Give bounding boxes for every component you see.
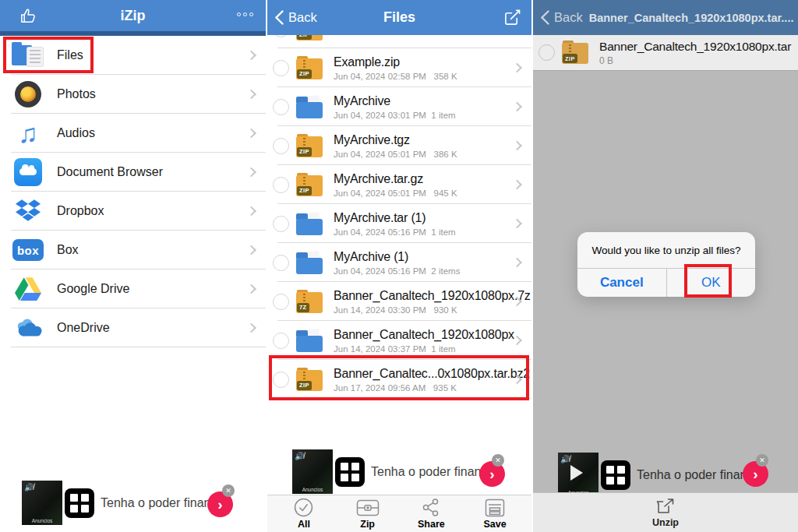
- ad-banner[interactable]: 🔊̸ Anuncios Tenha o poder financ...: [22, 481, 228, 525]
- box-icon: box: [11, 235, 45, 265]
- file-name: MyArchive: [334, 94, 531, 108]
- select-circle[interactable]: [273, 35, 289, 37]
- muted-speaker-icon: 🔊̸: [24, 483, 34, 491]
- sidebar-item-audios[interactable]: ♫ Audios: [0, 114, 266, 153]
- select-circle[interactable]: [538, 44, 555, 61]
- ad-brand-logo: [335, 457, 365, 487]
- select-circle[interactable]: [273, 294, 289, 310]
- file-row-myarchive-tar-1[interactable]: MyArchive.tar (1)Jun 04, 2024 05:16 PM 1…: [267, 204, 531, 243]
- main-menu-list: Files Photos ♫ Audios Document Browser: [0, 36, 266, 347]
- file-row-myarchive-targz[interactable]: ZIP MyArchive.tar.gzJun 04, 2024 05:01 P…: [267, 165, 531, 204]
- folder-icon: [296, 329, 324, 353]
- save-icon: [485, 499, 505, 517]
- page-title: Banner_Canaltech_1920x1080px.tar....: [589, 12, 794, 24]
- bottom-toolbar: All Zip Share: [267, 495, 531, 532]
- ad-caption: Anuncios: [22, 518, 62, 523]
- chevron-right-icon: [246, 51, 256, 61]
- files-icon: [11, 41, 45, 70]
- unzip-icon: [655, 497, 676, 516]
- sidebar-item-google-drive[interactable]: Google Drive: [0, 270, 266, 308]
- file-row-banner-tar[interactable]: ZIP Banner_Canaltech_1920x1080px.tar 0 B: [533, 35, 798, 71]
- file-row-myarchive-tgz[interactable]: ZIP MyArchive.tgzJun 04, 2024 05:01 PM 3…: [267, 126, 531, 165]
- file-meta: Jun 04, 2024 05:16 PM 1 item: [334, 227, 531, 237]
- file-name: MyArchive.tar.gz: [334, 172, 531, 186]
- select-circle[interactable]: [273, 372, 289, 388]
- ad-caption: Anuncios: [292, 487, 333, 492]
- select-circle[interactable]: [273, 333, 289, 349]
- bottom-toolbar: Unzip: [533, 492, 798, 532]
- ok-button[interactable]: OK: [667, 269, 756, 297]
- file-row-example-zip[interactable]: ZIP Example.zipJun 04, 2024 02:58 PM 358…: [267, 48, 531, 87]
- compose-icon[interactable]: [504, 9, 521, 26]
- document-browser-icon: [11, 157, 45, 187]
- sidebar-item-photos[interactable]: Photos: [0, 75, 266, 114]
- ad-banner[interactable]: 🔊̸ Anuncios Tenha o poder financ...: [558, 453, 764, 497]
- thumbs-up-icon[interactable]: [19, 7, 37, 25]
- file-meta: Jun 04, 2024 05:01 PM 945 K: [334, 188, 531, 198]
- ad-banner[interactable]: 🔊̸ Anuncios Tenha o poder financ...: [292, 449, 498, 494]
- file-row-myarchive-1[interactable]: MyArchive (1)Jun 04, 2024 05:16 PM 2 ite…: [267, 243, 531, 282]
- file-row-banner-tarbz2[interactable]: ZIP Banner_Canaltec...0x1080px.tar.bz2Ju…: [267, 360, 531, 399]
- sidebar-item-box[interactable]: box Box: [0, 231, 266, 270]
- menu-label: Files: [57, 48, 83, 62]
- file-row-myarchive[interactable]: MyArchiveJun 04, 2024 03:01 PM 1 item: [267, 87, 531, 126]
- file-meta: Jun 14, 2024 03:37 PM 1 item: [334, 344, 531, 354]
- toolbar-share-button[interactable]: Share: [409, 498, 453, 530]
- select-circle[interactable]: [273, 255, 289, 271]
- play-icon: [570, 465, 583, 481]
- folder-icon: [296, 95, 324, 119]
- chevron-right-icon: [246, 167, 256, 178]
- file-row-banner-7z[interactable]: 7Z Banner_Canaltech_1920x1080px.7zJun 14…: [267, 282, 531, 321]
- sidebar-item-document-browser[interactable]: Document Browser: [0, 153, 266, 192]
- more-options-icon[interactable]: [237, 12, 253, 16]
- izip-app-composite: iZip Files Photos: [0, 0, 798, 532]
- toolbar-zip-button[interactable]: Zip: [346, 499, 390, 530]
- file-size: 0 B: [599, 55, 798, 66]
- menu-label: Document Browser: [57, 165, 163, 179]
- file-name: MyArchive.tgz: [334, 133, 531, 147]
- file-row-partial[interactable]: ZIP Jun 04, 2024 02:47 PM 945 K: [267, 35, 531, 48]
- menu-label: Box: [57, 243, 79, 257]
- toolbar-all-button[interactable]: All: [282, 498, 326, 530]
- select-circle[interactable]: [273, 60, 289, 76]
- file-list: ZIP Jun 04, 2024 02:47 PM 945 K ZIP Exam…: [267, 35, 531, 399]
- chevron-right-icon: [246, 129, 256, 139]
- muted-speaker-icon: 🔊̸: [295, 452, 304, 460]
- zip-icon: [356, 499, 380, 517]
- file-row-banner-folder[interactable]: Banner_Canaltech_1920x1080pxJun 14, 2024…: [267, 321, 531, 360]
- zip-file-icon: ZIP: [296, 56, 324, 80]
- zip-file-icon: ZIP: [562, 41, 590, 65]
- zip-file-icon: 7Z: [296, 290, 324, 314]
- ad-close-icon[interactable]: ✕: [756, 454, 768, 467]
- select-circle[interactable]: [273, 138, 289, 154]
- file-name: Banner_Canaltech_1920x1080px.7z: [334, 289, 531, 303]
- file-name: Example.zip: [334, 55, 531, 69]
- select-circle[interactable]: [273, 216, 289, 232]
- sidebar-item-dropbox[interactable]: Dropbox: [0, 192, 266, 231]
- photos-icon: [11, 79, 45, 109]
- folder-icon: [296, 212, 324, 236]
- menu-label: Dropbox: [57, 204, 104, 218]
- onedrive-icon: [11, 313, 45, 343]
- toolbar-unzip-button[interactable]: Unzip: [644, 497, 687, 528]
- sidebar-item-files[interactable]: Files: [0, 36, 266, 75]
- zip-file-icon: ZIP: [296, 134, 324, 158]
- file-meta: Jun 04, 2024 05:16 PM 2 items: [334, 266, 531, 276]
- ad-close-icon[interactable]: ✕: [492, 454, 504, 467]
- sidebar-item-onedrive[interactable]: OneDrive: [0, 308, 266, 347]
- select-circle[interactable]: [273, 99, 289, 115]
- file-name: Banner_Canaltech_1920x1080px: [334, 328, 531, 342]
- toolbar-save-button[interactable]: Save: [473, 499, 517, 530]
- select-circle[interactable]: [273, 177, 289, 193]
- ad-thumbnail: 🔊̸ Anuncios: [292, 449, 333, 494]
- back-button[interactable]: Back: [275, 10, 317, 25]
- ad-close-icon[interactable]: ✕: [222, 484, 235, 497]
- ad-thumbnail: 🔊̸ Anuncios: [558, 453, 598, 497]
- files-list-panel: Files Back ZIP Jun 04, 2024 02:47 PM 945…: [267, 0, 531, 532]
- file-meta: Jun 14, 2024 03:30 PM 930 K: [334, 305, 531, 315]
- ad-thumbnail: 🔊̸ Anuncios: [22, 481, 62, 525]
- zip-file-icon: ZIP: [296, 368, 324, 392]
- back-button[interactable]: Back: [541, 10, 583, 25]
- cancel-button[interactable]: Cancel: [577, 269, 667, 297]
- audios-icon: ♫: [11, 118, 45, 148]
